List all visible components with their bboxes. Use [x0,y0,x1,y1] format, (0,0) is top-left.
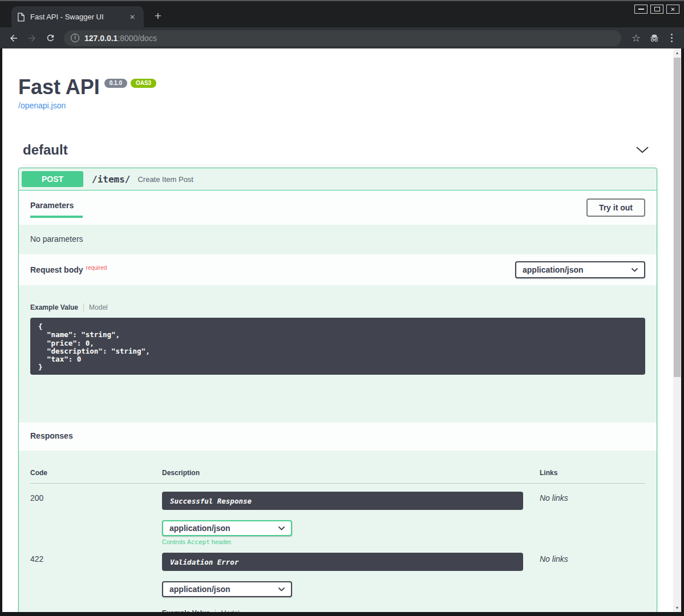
tag-default-header[interactable]: default [23,142,657,165]
post-method-badge: POST [22,171,83,187]
reload-button[interactable] [42,30,58,46]
responses-header: Responses [19,423,657,451]
response-422-description-bar: Validation Error [162,553,523,571]
model-tab[interactable]: Model [221,609,240,612]
chevron-down-icon [632,268,638,272]
parameters-tab[interactable]: Parameters [30,195,74,220]
response-200-description-bar: Successful Response [162,492,523,510]
forward-arrow-icon [27,33,37,43]
response-200-description: Successful Response application/json Con… [162,492,540,546]
response-200-media-type-value: application/json [169,524,230,533]
tab-separator [215,609,216,612]
incognito-icon [646,30,662,46]
response-row-200: 200 Successful Response application/json… [30,492,645,546]
response-200-media-type-select[interactable]: application/json [162,520,292,536]
controls-accept-note: Controls Accept header. [162,538,540,546]
reload-icon [46,33,55,43]
required-label: required [86,265,107,271]
request-body-title-wrap: Request bodyrequired [30,265,107,275]
parameters-header: Parameters Try it out [19,191,657,225]
maximize-button[interactable] [650,5,663,14]
chevron-down-icon [278,587,285,591]
document-favicon-icon [17,13,25,22]
tab-close-icon[interactable]: ✕ [127,12,138,22]
minimize-button[interactable] [634,5,647,14]
chevron-down-icon [278,526,285,530]
responses-table: Code Description Links 200 Successful Re… [19,451,657,612]
request-body-header: Request bodyrequired application/json [19,254,657,285]
tab-separator [83,303,84,311]
response-422-media: application/json [162,581,540,597]
swagger-page: Fast API 0.1.0 OAS3 /openapi.json defaul… [2,48,673,612]
column-description: Description [162,469,540,484]
tab-title: Fast API - Swagger UI [30,13,122,21]
address-bar[interactable]: i 127.0.0.1:8000/docs [64,30,621,46]
back-button[interactable] [6,30,22,46]
response-422-links: No links [540,553,645,612]
post-items-operation: POST /items/ Create Item Post Parameters… [18,168,657,612]
oas3-badge: OAS3 [131,79,156,88]
api-info: Fast API 0.1.0 OAS3 /openapi.json [18,76,657,111]
example-json-code: { "name": "string", "price": 0, "descrip… [30,318,645,375]
openapi-json-link[interactable]: /openapi.json [18,101,66,110]
response-422-code: 422 [30,553,162,612]
api-badges: 0.1.0 OAS3 [104,79,156,88]
response-422-media-type-value: application/json [169,585,230,594]
api-title-text: Fast API [18,76,100,99]
scroll-up-icon[interactable]: ▲ [673,48,681,57]
request-body-media-type-value: application/json [523,265,584,274]
tab-strip: Fast API - Swagger UI ✕ + ✕ [0,0,684,27]
browser-menu-button[interactable] [665,34,678,42]
tag-name: default [23,142,68,158]
version-badge: 0.1.0 [104,79,127,88]
browser-toolbar: i 127.0.0.1:8000/docs ☆ [0,27,684,48]
request-body-example: Example Value Model { "name": "string", … [19,285,657,375]
response-422-media-type-select[interactable]: application/json [162,581,292,597]
column-links: Links [540,469,645,484]
collapse-chevron-icon[interactable] [636,147,649,153]
response-422-description: Validation Error application/json Exampl… [162,553,540,612]
example-model-tabs: Example Value Model [30,303,645,311]
operation-summary[interactable]: POST /items/ Create Item Post [19,168,657,191]
request-body-media-type-select[interactable]: application/json [515,261,645,278]
scrollbar-thumb[interactable] [674,58,681,377]
page-title: Fast API 0.1.0 OAS3 [18,76,657,99]
url-text: 127.0.0.1:8000/docs [84,34,157,43]
browser-tab[interactable]: Fast API - Swagger UI ✕ [11,6,144,27]
bookmark-star-icon[interactable]: ☆ [628,32,644,44]
no-parameters-text: No parameters [19,225,657,254]
maximize-icon [654,7,660,11]
operation-path: /items/ [92,174,130,185]
close-window-button[interactable]: ✕ [666,5,679,14]
back-arrow-icon [9,33,19,43]
response-200-media: application/json Controls Accept header. [162,520,540,546]
page-viewport: Fast API 0.1.0 OAS3 /openapi.json defaul… [2,48,681,612]
example-value-tab[interactable]: Example Value [162,609,210,612]
browser-window: Fast API - Swagger UI ✕ + ✕ i 127.0.0.1:… [0,0,684,616]
operation-description: Create Item Post [137,175,193,184]
minimize-icon [638,9,644,10]
scroll-down-icon[interactable]: ▼ [673,603,681,612]
response-200-code: 200 [30,492,162,546]
example-value-tab[interactable]: Example Value [30,303,78,311]
site-info-icon[interactable]: i [71,34,79,42]
new-tab-button[interactable]: + [149,7,167,25]
response-422-tabs: Example Value Model [162,609,540,612]
spacer [19,375,657,423]
response-200-links: No links [540,492,645,546]
request-body-title: Request body [30,265,83,274]
scrollbar[interactable]: ▲ ▼ [673,48,681,612]
column-code: Code [30,469,162,484]
response-row-422: 422 Validation Error application/json Ex… [30,553,645,612]
try-it-out-button[interactable]: Try it out [586,198,645,217]
forward-button[interactable] [24,30,40,46]
responses-columns: Code Description Links [30,469,645,484]
model-tab[interactable]: Model [89,303,108,311]
window-controls: ✕ [634,5,679,14]
